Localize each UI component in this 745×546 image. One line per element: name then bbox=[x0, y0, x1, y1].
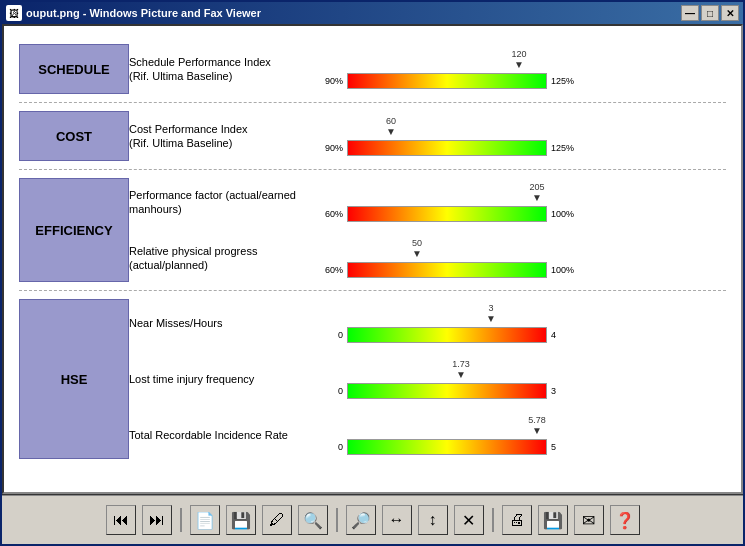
toolbar-btn-6[interactable]: 🔎 bbox=[346, 505, 376, 535]
bar-arrow-cost-0: ▼ bbox=[386, 126, 396, 137]
title-bar-left: 🖼 ouput.png - Windows Picture and Fax Vi… bbox=[6, 5, 261, 21]
category-row-cost: COSTCost Performance Index (Rif. Ultima … bbox=[19, 103, 726, 170]
toolbar-btn-0[interactable]: ⏮ bbox=[106, 505, 136, 535]
metric-label-schedule-0: Schedule Performance Index (Rif. Ultima … bbox=[129, 55, 314, 84]
bar-container-efficiency-0: 205▼60%100% bbox=[319, 182, 581, 222]
close-button[interactable]: ✕ bbox=[721, 5, 739, 21]
bar-max-efficiency-0: 100% bbox=[551, 209, 581, 219]
toolbar-btn-11[interactable]: 💾 bbox=[538, 505, 568, 535]
title-bar: 🖼 ouput.png - Windows Picture and Fax Vi… bbox=[2, 2, 743, 24]
metric-label-efficiency-0: Performance factor (actual/earned manhou… bbox=[129, 188, 314, 217]
bar-gradient-efficiency-1 bbox=[347, 262, 547, 278]
bar-track-schedule-0 bbox=[347, 73, 547, 89]
toolbar-btn-3[interactable]: 💾 bbox=[226, 505, 256, 535]
window-title: ouput.png - Windows Picture and Fax View… bbox=[26, 7, 261, 19]
bar-value-efficiency-1: 50 bbox=[412, 238, 422, 248]
toolbar-btn-2[interactable]: 📄 bbox=[190, 505, 220, 535]
bar-arrow-efficiency-0: ▼ bbox=[532, 192, 542, 203]
toolbar-separator bbox=[180, 508, 182, 532]
metrics-schedule: Schedule Performance Index (Rif. Ultima … bbox=[129, 45, 581, 93]
bar-arrow-schedule-0: ▼ bbox=[514, 59, 524, 70]
metric-label-hse-2: Total Recordable Incidence Rate bbox=[129, 428, 314, 442]
bar-value-hse-1: 1.73 bbox=[452, 359, 470, 369]
bar-arrow-hse-1: ▼ bbox=[456, 369, 466, 380]
metric-label-hse-1: Lost time injury frequency bbox=[129, 372, 314, 386]
bar-track-hse-1 bbox=[347, 383, 547, 399]
category-label-cost: COST bbox=[19, 111, 129, 161]
bar-track-efficiency-0 bbox=[347, 206, 547, 222]
bar-min-schedule-0: 90% bbox=[319, 76, 343, 86]
bar-arrow-efficiency-1: ▼ bbox=[412, 248, 422, 259]
metrics-efficiency: Performance factor (actual/earned manhou… bbox=[129, 178, 581, 282]
bar-container-hse-1: 1.73▼03 bbox=[319, 359, 581, 399]
metric-item-efficiency-1: Relative physical progress (actual/plann… bbox=[129, 238, 581, 278]
metrics-hse: Near Misses/Hours3▼04Lost time injury fr… bbox=[129, 299, 581, 459]
toolbar-btn-4[interactable]: 🖊 bbox=[262, 505, 292, 535]
bar-value-schedule-0: 120 bbox=[511, 49, 526, 59]
bar-max-efficiency-1: 100% bbox=[551, 265, 581, 275]
metric-label-cost-0: Cost Performance Index (Rif. Ultima Base… bbox=[129, 122, 314, 151]
bottom-toolbar: ⏮⏭📄💾🖊🔍🔎↔↕✕🖨💾✉❓ bbox=[2, 494, 743, 544]
toolbar-separator bbox=[336, 508, 338, 532]
bar-min-efficiency-0: 60% bbox=[319, 209, 343, 219]
bar-track-hse-0 bbox=[347, 327, 547, 343]
bar-gradient-cost-0 bbox=[347, 140, 547, 156]
category-label-efficiency: EFFICIENCY bbox=[19, 178, 129, 282]
toolbar-btn-9[interactable]: ✕ bbox=[454, 505, 484, 535]
main-content: SCHEDULESchedule Performance Index (Rif.… bbox=[2, 24, 743, 494]
metric-item-schedule-0: Schedule Performance Index (Rif. Ultima … bbox=[129, 49, 581, 89]
bar-gradient-hse-0 bbox=[347, 327, 547, 343]
metric-item-hse-0: Near Misses/Hours3▼04 bbox=[129, 303, 581, 343]
metric-item-hse-2: Total Recordable Incidence Rate5.78▼05 bbox=[129, 415, 581, 455]
bar-container-hse-0: 3▼04 bbox=[319, 303, 581, 343]
bar-arrow-hse-0: ▼ bbox=[486, 313, 496, 324]
bar-value-hse-0: 3 bbox=[488, 303, 493, 313]
toolbar-btn-8[interactable]: ↕ bbox=[418, 505, 448, 535]
bar-container-hse-2: 5.78▼05 bbox=[319, 415, 581, 455]
metric-label-hse-0: Near Misses/Hours bbox=[129, 316, 314, 330]
metric-label-efficiency-1: Relative physical progress (actual/plann… bbox=[129, 244, 314, 273]
category-label-schedule: SCHEDULE bbox=[19, 44, 129, 94]
bar-value-cost-0: 60 bbox=[386, 116, 396, 126]
bar-container-cost-0: 60▼90%125% bbox=[319, 116, 581, 156]
bar-gradient-hse-1 bbox=[347, 383, 547, 399]
bar-arrow-hse-2: ▼ bbox=[532, 425, 542, 436]
toolbar-btn-12[interactable]: ✉ bbox=[574, 505, 604, 535]
toolbar-btn-7[interactable]: ↔ bbox=[382, 505, 412, 535]
bar-max-cost-0: 125% bbox=[551, 143, 581, 153]
bar-track-efficiency-1 bbox=[347, 262, 547, 278]
bar-max-hse-2: 5 bbox=[551, 442, 581, 452]
bar-gradient-efficiency-0 bbox=[347, 206, 547, 222]
bar-max-hse-1: 3 bbox=[551, 386, 581, 396]
metric-item-cost-0: Cost Performance Index (Rif. Ultima Base… bbox=[129, 116, 581, 156]
metric-item-hse-1: Lost time injury frequency1.73▼03 bbox=[129, 359, 581, 399]
bar-min-efficiency-1: 60% bbox=[319, 265, 343, 275]
category-label-hse: HSE bbox=[19, 299, 129, 459]
bar-track-cost-0 bbox=[347, 140, 547, 156]
toolbar-btn-13[interactable]: ❓ bbox=[610, 505, 640, 535]
category-row-hse: HSENear Misses/Hours3▼04Lost time injury… bbox=[19, 291, 726, 467]
maximize-button[interactable]: □ bbox=[701, 5, 719, 21]
bar-track-hse-2 bbox=[347, 439, 547, 455]
bar-container-efficiency-1: 50▼60%100% bbox=[319, 238, 581, 278]
category-row-efficiency: EFFICIENCYPerformance factor (actual/ear… bbox=[19, 170, 726, 291]
bar-value-hse-2: 5.78 bbox=[528, 415, 546, 425]
category-row-schedule: SCHEDULESchedule Performance Index (Rif.… bbox=[19, 36, 726, 103]
metric-item-efficiency-0: Performance factor (actual/earned manhou… bbox=[129, 182, 581, 222]
bar-gradient-schedule-0 bbox=[347, 73, 547, 89]
toolbar-btn-10[interactable]: 🖨 bbox=[502, 505, 532, 535]
app-icon: 🖼 bbox=[6, 5, 22, 21]
toolbar-btn-5[interactable]: 🔍 bbox=[298, 505, 328, 535]
toolbar-separator bbox=[492, 508, 494, 532]
title-buttons: — □ ✕ bbox=[681, 5, 739, 21]
bar-min-hse-1: 0 bbox=[319, 386, 343, 396]
bar-max-hse-0: 4 bbox=[551, 330, 581, 340]
toolbar-btn-1[interactable]: ⏭ bbox=[142, 505, 172, 535]
metrics-cost: Cost Performance Index (Rif. Ultima Base… bbox=[129, 112, 581, 160]
bar-min-hse-2: 0 bbox=[319, 442, 343, 452]
bar-min-cost-0: 90% bbox=[319, 143, 343, 153]
bar-min-hse-0: 0 bbox=[319, 330, 343, 340]
main-window: 🖼 ouput.png - Windows Picture and Fax Vi… bbox=[0, 0, 745, 546]
minimize-button[interactable]: — bbox=[681, 5, 699, 21]
bar-max-schedule-0: 125% bbox=[551, 76, 581, 86]
